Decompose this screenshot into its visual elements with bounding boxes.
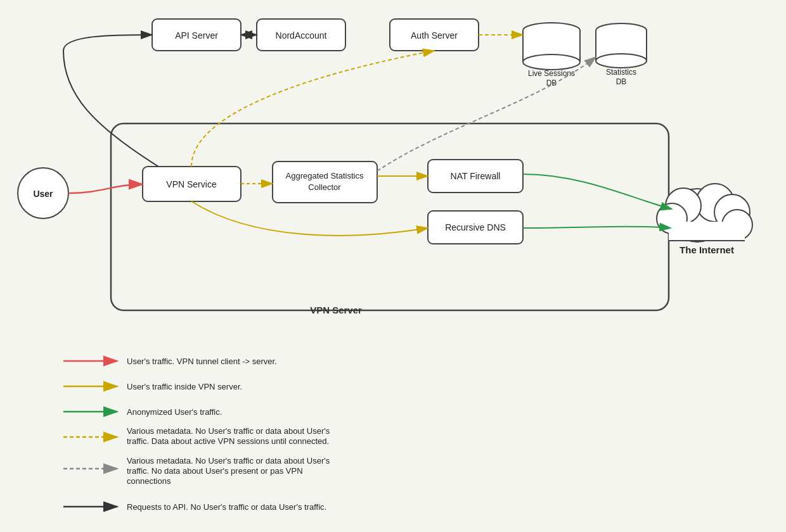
legend-yellow-dashed-text1: Various metadata. No User's traffic or d… bbox=[127, 426, 330, 436]
internet-cloud bbox=[657, 184, 752, 242]
legend-gray-dashed-text1: Various metadata. No User's traffic or d… bbox=[127, 456, 330, 466]
svg-point-11 bbox=[523, 54, 580, 70]
api-server-label: API Server bbox=[175, 30, 218, 41]
svg-point-16 bbox=[596, 54, 647, 68]
legend-red-text: User's traffic. VPN tunnel client -> ser… bbox=[127, 357, 277, 366]
nordaccount-label: NordAccount bbox=[276, 30, 327, 41]
recursive-dns-label: Recursive DNS bbox=[445, 222, 506, 232]
legend-yellow-dashed-text2: traffic. Data about active VPN sessions … bbox=[127, 436, 329, 446]
svg-rect-23 bbox=[669, 222, 745, 241]
statistics-db-label2: DB bbox=[616, 77, 627, 86]
legend-gray-dashed-text2: traffic. No data about User's present or… bbox=[127, 466, 303, 476]
user-label: User bbox=[33, 189, 53, 199]
main-diagram-svg: VPN Server API Server NordAccount Auth S… bbox=[0, 0, 786, 532]
nat-firewall-label: NAT Firewall bbox=[451, 171, 501, 181]
legend-black-text: Requests to API. No User's traffic or da… bbox=[127, 502, 326, 512]
diagram-container: VPN Server API Server NordAccount Auth S… bbox=[0, 0, 786, 532]
user-to-vpn-arrow bbox=[68, 184, 143, 193]
dns-to-internet-arrow bbox=[523, 227, 671, 228]
auth-server-label: Auth Server bbox=[411, 30, 458, 41]
agg-stats-label2: Collector bbox=[308, 182, 341, 192]
vpn-to-auth-arrow bbox=[191, 51, 434, 167]
legend-yellow-text: User's traffic inside VPN server. bbox=[127, 382, 242, 391]
vpn-service-label: VPN Service bbox=[166, 179, 217, 189]
agg-stats-label: Aggregated Statistics bbox=[286, 171, 364, 180]
vpn-to-dns-arrow bbox=[191, 201, 428, 236]
vpn-server-label: VPN Server bbox=[310, 305, 362, 315]
nat-to-internet-arrow bbox=[523, 174, 672, 209]
legend-gray-dashed-text3: connections bbox=[127, 476, 171, 486]
statistics-db-label: Statistics bbox=[606, 68, 636, 77]
live-sessions-db-label: Live Sessions bbox=[528, 69, 575, 78]
legend-green-text: Anonymized User's traffic. bbox=[127, 407, 222, 417]
internet-label: The Internet bbox=[680, 244, 734, 255]
